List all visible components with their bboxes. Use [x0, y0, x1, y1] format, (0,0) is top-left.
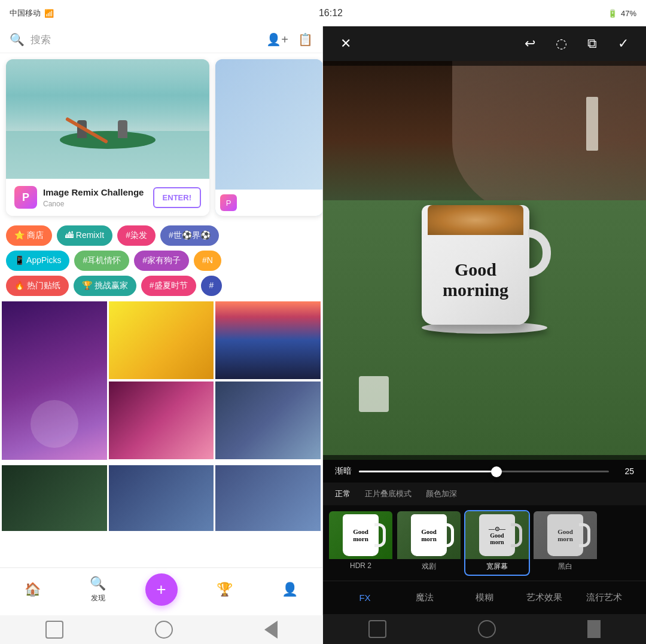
fx-pop-art[interactable]: 流行艺术	[574, 590, 634, 606]
photo-item-1[interactable]	[2, 301, 107, 460]
mug-text-line1: Good	[443, 260, 508, 280]
photo-item-2[interactable]	[109, 301, 214, 379]
enter-button[interactable]: ENTER!	[153, 187, 201, 208]
challenge-subtitle: Canoe	[43, 200, 147, 208]
slider-value: 25	[616, 466, 634, 476]
fx-blur[interactable]: 模糊	[455, 590, 514, 606]
challenge-section: P Image Remix Challenge Canoe ENTER!	[0, 53, 322, 222]
challenge-text: Image Remix Challenge Canoe	[43, 187, 147, 208]
coffee-scene: Good morning	[323, 61, 646, 460]
undo-button[interactable]: ↩	[519, 32, 541, 55]
search-input[interactable]: 搜索	[31, 33, 260, 47]
editor-topbar: ✕ ↩ ◌ ⧉ ✓	[323, 26, 646, 61]
confirm-button[interactable]: ✓	[613, 32, 634, 55]
trophy-icon: 🏆	[217, 582, 233, 597]
photo-item-6[interactable]	[2, 465, 107, 531]
notification-icon[interactable]: 📋	[298, 32, 313, 47]
blend-multiply[interactable]: 正片叠底模式	[365, 487, 412, 500]
left-content: P Image Remix Challenge Canoe ENTER!	[0, 53, 322, 567]
search-bar: 🔍 搜索 👤+ 📋	[0, 26, 322, 53]
sys-circle-btn-right[interactable]	[478, 620, 496, 638]
secondary-logo: P	[220, 194, 237, 211]
add-button[interactable]: +	[145, 573, 178, 606]
sys-square-btn-right[interactable]	[368, 620, 386, 638]
wifi-icon: 📶	[44, 9, 54, 18]
tag-summer[interactable]: #盛夏时节	[141, 276, 196, 296]
tag-world[interactable]: #世⚽界⚽	[160, 225, 219, 246]
tag-row-2: 📱 AppPicks #耳机情怀 #家有狗子 #N	[6, 251, 316, 271]
time-display: 16:12	[319, 8, 343, 19]
nav-home[interactable]: 🏠	[15, 582, 51, 597]
home-icon: 🏠	[25, 582, 41, 597]
filter-drama[interactable]: Goodmorn 戏剧	[396, 510, 462, 576]
tag-dog[interactable]: #家有狗子	[134, 251, 189, 271]
slider-label: 渐暗	[335, 466, 352, 477]
mug-text-line2: morning	[443, 280, 508, 301]
challenge-title: Image Remix Challenge	[43, 187, 147, 199]
tag-apppicks[interactable]: 📱 AppPicks	[6, 251, 69, 271]
tag-misc[interactable]: #	[201, 276, 223, 296]
tag-winner[interactable]: 🏆 挑战赢家	[74, 276, 136, 296]
filter-hdr2-img: Goodmorn	[329, 511, 392, 559]
sys-triangle-btn-right[interactable]	[587, 620, 601, 638]
sys-square-btn[interactable]	[45, 621, 63, 639]
filter-bw-img: Goodmorn	[534, 511, 597, 559]
fx-magic[interactable]: 魔法	[395, 590, 455, 606]
filter-strip: Goodmorn HDR 2 Goodmorn 戏剧 —⊙—Goodmo	[323, 505, 646, 581]
tag-sticker[interactable]: 🔥 热门贴纸	[6, 276, 69, 296]
search-icon: 🔍	[10, 32, 25, 47]
add-user-icon[interactable]: 👤+	[266, 32, 288, 47]
filter-drama-img: Goodmorn	[397, 511, 461, 559]
discover-icon: 🔍	[90, 576, 106, 591]
challenge-card-secondary[interactable]: P	[215, 59, 322, 216]
blend-normal[interactable]: 正常	[335, 487, 351, 500]
filter-bw[interactable]: Goodmorn 黑白	[532, 510, 598, 576]
fx-art-effects[interactable]: 艺术效果	[514, 590, 574, 606]
eraser-button[interactable]: ◌	[550, 32, 572, 55]
filter-widescreen[interactable]: —⊙—Goodmorn 宽屏幕	[464, 510, 530, 576]
tag-row-3: 🔥 热门贴纸 🏆 挑战赢家 #盛夏时节 #	[6, 276, 316, 296]
widescreen-bottom-bar	[323, 455, 646, 460]
nav-trophy[interactable]: 🏆	[207, 582, 243, 597]
photo-grid	[0, 300, 322, 462]
tag-earphone[interactable]: #耳机情怀	[74, 251, 129, 271]
slider-fill	[359, 471, 496, 472]
slider-thumb[interactable]	[491, 466, 502, 477]
tag-store[interactable]: ⭐ 商店	[6, 225, 52, 246]
tag-n[interactable]: #N	[194, 251, 221, 271]
widescreen-top-bar	[323, 61, 646, 66]
bottom-nav: 🏠 🔍 发现 + 🏆 👤	[0, 567, 322, 615]
sys-circle-btn[interactable]	[155, 621, 173, 639]
blend-color-burn[interactable]: 颜色加深	[426, 487, 457, 500]
photo-item-7[interactable]	[109, 465, 214, 531]
logo-symbol: P	[22, 191, 29, 204]
tag-row-1: ⭐ 商店 🏙 RemixIt #染发 #世⚽界⚽	[6, 225, 316, 246]
fx-fx[interactable]: FX	[335, 590, 395, 605]
challenge-card-main[interactable]: P Image Remix Challenge Canoe ENTER!	[6, 59, 209, 216]
filter-widescreen-img: —⊙—Goodmorn	[465, 511, 529, 559]
photo-item-4[interactable]	[109, 381, 214, 459]
secondary-card-image	[215, 59, 322, 190]
copy-button[interactable]: ⧉	[581, 32, 603, 55]
fx-toolbar: FX 魔法 模糊 艺术效果 流行艺术	[323, 581, 646, 614]
sys-triangle-btn[interactable]	[264, 621, 278, 639]
slider-track[interactable]	[359, 471, 609, 472]
profile-icon: 👤	[282, 582, 298, 597]
blend-mode-row: 正常 正片叠底模式 颜色加深	[323, 483, 646, 505]
tag-remixit[interactable]: 🏙 RemixIt	[57, 225, 112, 246]
mug-text: Good morning	[443, 260, 508, 301]
battery-text: 47%	[621, 9, 636, 18]
challenge-logo: P	[14, 186, 37, 209]
tags-section: ⭐ 商店 🏙 RemixIt #染发 #世⚽界⚽ 📱 AppPicks #耳机情…	[0, 222, 322, 300]
photo-item-3[interactable]	[215, 301, 321, 379]
nav-discover[interactable]: 🔍 发现	[80, 576, 116, 603]
discover-label: 发现	[91, 593, 105, 603]
nav-profile[interactable]: 👤	[272, 582, 308, 597]
tag-hair[interactable]: #染发	[117, 225, 156, 246]
challenge-image	[6, 59, 209, 179]
close-button[interactable]: ✕	[335, 32, 356, 55]
photo-item-5[interactable]	[215, 381, 321, 459]
filter-widescreen-label: 宽屏幕	[465, 559, 529, 573]
photo-item-8[interactable]	[215, 465, 321, 531]
filter-hdr2[interactable]: Goodmorn HDR 2	[328, 510, 394, 576]
